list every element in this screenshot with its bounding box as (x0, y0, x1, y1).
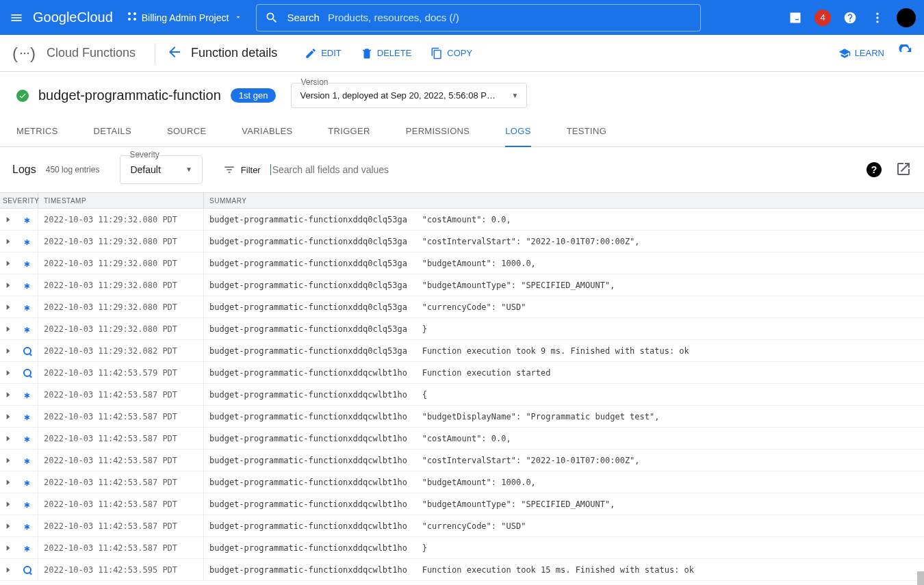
log-row[interactable]: ✱2022-10-03 11:29:32.080 PDTbudget-progr… (0, 318, 924, 340)
log-row[interactable]: ✱2022-10-03 11:42:53.587 PDTbudget-progr… (0, 537, 924, 559)
expand-icon[interactable] (0, 412, 16, 421)
tab-trigger[interactable]: TRIGGER (328, 116, 370, 146)
tab-details[interactable]: DETAILS (94, 116, 131, 146)
logo[interactable]: Google Cloud (33, 10, 113, 25)
svg-text:(: ( (12, 44, 18, 62)
version-selector[interactable]: Version Version 1, deployed at Sep 20, 2… (291, 83, 527, 108)
edit-button[interactable]: EDIT (305, 47, 342, 60)
expand-icon[interactable] (0, 215, 16, 224)
top-header: Google Cloud Billing Admin Project Searc… (0, 0, 924, 35)
expand-icon[interactable] (0, 521, 16, 531)
timestamp: 2022-10-03 11:29:32.080 PDT (38, 231, 204, 252)
svg-point-10 (27, 52, 29, 53)
summary: budget-programmatic-functionxddqcwlbt1ho… (204, 406, 924, 427)
expand-icon[interactable] (0, 456, 16, 465)
learn-button[interactable]: LEARN (838, 47, 884, 60)
log-row[interactable]: 2022-10-03 11:42:53.595 PDTbudget-progra… (0, 559, 924, 581)
avatar[interactable] (897, 8, 916, 27)
summary: budget-programmatic-functionxddq0clq53ga… (204, 231, 924, 252)
notifications-badge[interactable]: 4 (814, 10, 831, 26)
severity-selector[interactable]: Severity Default (120, 155, 202, 184)
page-title: Function details (191, 46, 277, 60)
copy-button[interactable]: COPY (431, 47, 472, 60)
expand-icon[interactable] (0, 565, 16, 575)
delete-button[interactable]: DELETE (361, 47, 412, 60)
expand-icon[interactable] (0, 302, 16, 312)
severity-icon: ✱ (16, 537, 38, 558)
expand-icon[interactable] (0, 478, 16, 487)
open-external-icon[interactable] (895, 161, 912, 179)
timestamp: 2022-10-03 11:42:53.579 PDT (38, 362, 204, 383)
log-row[interactable]: ✱2022-10-03 11:29:32.080 PDTbudget-progr… (0, 252, 924, 274)
expand-icon[interactable] (0, 237, 16, 246)
service-name[interactable]: Cloud Functions (47, 46, 136, 60)
back-button[interactable] (166, 44, 183, 62)
log-row[interactable]: ✱2022-10-03 11:42:53.587 PDTbudget-progr… (0, 428, 924, 450)
help-icon[interactable] (842, 10, 858, 26)
tab-permissions[interactable]: PERMISSIONS (406, 116, 470, 146)
expand-icon[interactable] (0, 259, 16, 268)
refresh-button[interactable] (898, 44, 913, 62)
tab-logs[interactable]: LOGS (505, 116, 530, 147)
log-row[interactable]: ✱2022-10-03 11:42:53.587 PDTbudget-progr… (0, 493, 924, 515)
summary: budget-programmatic-functionxddqcwlbt1ho… (204, 493, 924, 515)
tab-testing[interactable]: TESTING (567, 116, 606, 146)
log-row[interactable]: 2022-10-03 11:29:32.082 PDTbudget-progra… (0, 340, 924, 362)
timestamp: 2022-10-03 11:29:32.082 PDT (38, 340, 204, 361)
header-right: 4 (787, 8, 916, 27)
timestamp: 2022-10-03 11:42:53.587 PDT (38, 406, 204, 427)
service-icon: () (11, 40, 38, 67)
expand-icon[interactable] (0, 434, 16, 443)
tab-metrics[interactable]: METRICS (16, 116, 58, 146)
menu-icon[interactable] (8, 10, 25, 26)
severity-icon: ✱ (16, 406, 38, 427)
help-icon[interactable]: ? (867, 162, 882, 177)
tab-variables[interactable]: VARIABLES (242, 116, 292, 146)
expand-icon[interactable] (0, 390, 16, 400)
search-icon (265, 11, 279, 25)
filter-label: Filter (241, 165, 261, 175)
scrollbar-thumb[interactable] (917, 571, 924, 585)
timestamp: 2022-10-03 11:29:32.080 PDT (38, 296, 204, 317)
expand-icon[interactable] (0, 281, 16, 290)
expand-icon[interactable] (0, 346, 16, 356)
search-bar[interactable]: Search Products, resources, docs (/) (256, 4, 701, 31)
svg-point-9 (24, 52, 25, 53)
svg-point-2 (128, 18, 131, 21)
expand-icon[interactable] (0, 368, 16, 378)
timestamp: 2022-10-03 11:29:32.080 PDT (38, 209, 204, 230)
log-row[interactable]: ✱2022-10-03 11:29:32.080 PDTbudget-progr… (0, 209, 924, 231)
sub-header: () Cloud Functions Function details EDIT… (0, 35, 924, 72)
logs-body[interactable]: ✱2022-10-03 11:29:32.080 PDTbudget-progr… (0, 209, 924, 585)
filter-input[interactable] (270, 164, 476, 175)
col-severity: SEVERITY (0, 193, 38, 208)
log-row[interactable]: ✱2022-10-03 11:42:53.587 PDTbudget-progr… (0, 450, 924, 471)
svg-text:): ) (30, 44, 36, 62)
log-row[interactable]: ✱2022-10-03 11:29:32.080 PDTbudget-progr… (0, 296, 924, 318)
summary: budget-programmatic-functionxddq0clq53ga… (204, 318, 924, 339)
project-selector[interactable]: Billing Admin Project (127, 11, 243, 24)
severity-icon: ✱ (16, 450, 38, 471)
timestamp: 2022-10-03 11:42:53.587 PDT (38, 450, 204, 471)
log-row[interactable]: ✱2022-10-03 11:29:32.080 PDTbudget-progr… (0, 274, 924, 296)
log-row[interactable]: ✱2022-10-03 11:42:53.587 PDTbudget-progr… (0, 384, 924, 406)
severity-icon: ✱ (16, 515, 38, 536)
tab-source[interactable]: SOURCE (167, 116, 206, 146)
expand-icon[interactable] (0, 324, 16, 334)
cloud-shell-icon[interactable] (787, 10, 804, 26)
severity-icon: ✱ (16, 384, 38, 405)
function-name: budget-programmatic-function (38, 88, 221, 103)
log-row[interactable]: ✱2022-10-03 11:42:53.587 PDTbudget-progr… (0, 406, 924, 428)
log-row[interactable]: ✱2022-10-03 11:42:53.587 PDTbudget-progr… (0, 515, 924, 537)
expand-icon[interactable] (0, 543, 16, 553)
log-row[interactable]: ✱2022-10-03 11:29:32.080 PDTbudget-progr… (0, 231, 924, 252)
filter-button[interactable]: Filter (223, 164, 261, 176)
expand-icon[interactable] (0, 499, 16, 509)
timestamp: 2022-10-03 11:42:53.587 PDT (38, 537, 204, 558)
log-row[interactable]: ✱2022-10-03 11:42:53.587 PDTbudget-progr… (0, 471, 924, 493)
filter-icon (223, 164, 235, 176)
log-row[interactable]: 2022-10-03 11:42:53.579 PDTbudget-progra… (0, 362, 924, 384)
timestamp: 2022-10-03 11:29:32.080 PDT (38, 274, 204, 296)
svg-point-5 (876, 16, 878, 18)
more-icon[interactable] (869, 10, 886, 26)
